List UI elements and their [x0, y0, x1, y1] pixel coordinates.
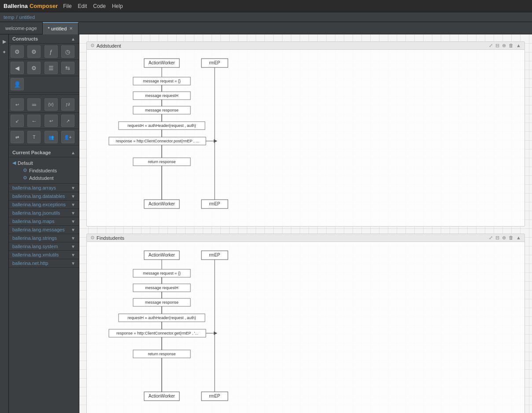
- brand-ballerina: Ballerina: [4, 3, 28, 9]
- lib-datatables-chevron: ▼: [71, 194, 75, 199]
- lib-messages-label: ballerina.lang.messages: [12, 227, 65, 232]
- addstudent-zoom-btn[interactable]: ⊕: [502, 43, 506, 48]
- construct-stmt-text-btn[interactable]: T: [27, 131, 41, 143]
- construct-stmt-var-btn[interactable]: {V}: [45, 98, 58, 111]
- tab-close-icon[interactable]: ✕: [69, 26, 73, 31]
- lib-messages[interactable]: ballerina.lang.messages ▼: [9, 226, 79, 234]
- lib-exceptions-label: ballerina.lang.exceptions: [12, 202, 66, 207]
- brand: Ballerina Composer: [4, 3, 58, 9]
- svg-text:message request = {}: message request = {}: [143, 79, 180, 83]
- toolbar-select-btn[interactable]: ✦: [1, 48, 8, 56]
- package-addstudent-icon: ⚙: [23, 175, 27, 181]
- lib-exceptions[interactable]: ballerina.lang.exceptions ▼: [9, 201, 79, 209]
- lib-system-label: ballerina.lang.system: [12, 244, 58, 249]
- lib-jsonutils-label: ballerina.lang.jsonutils: [12, 210, 60, 216]
- construct-grid-row3: 👤: [9, 76, 79, 93]
- lib-exceptions-chevron: ▼: [71, 202, 75, 207]
- construct-empty2: [27, 78, 41, 90]
- constructs-header[interactable]: Constructs ▲: [9, 34, 79, 44]
- lib-strings-label: ballerina.lang.strings: [12, 235, 57, 241]
- svg-text:message request = {}: message request = {}: [143, 271, 180, 275]
- construct-connector-btn[interactable]: ◷: [61, 45, 74, 58]
- menu-code[interactable]: Code: [93, 3, 106, 9]
- lib-datatables-label: ballerina.lang.datatables: [12, 193, 65, 199]
- breadcrumb-path[interactable]: temp: [4, 15, 14, 20]
- addstudent-func-icon: ⚙: [90, 43, 95, 48]
- construct-stmt-if-btn[interactable]: ↙: [11, 115, 24, 127]
- tab-welcome-page[interactable]: welcome-page: [0, 22, 43, 34]
- lib-system[interactable]: ballerina.lang.system ▼: [9, 242, 79, 251]
- tab-untitled[interactable]: * untitled ✕: [43, 22, 79, 34]
- constructs-label: Constructs: [12, 36, 38, 41]
- construct-stmt-back-btn[interactable]: ←: [27, 115, 41, 127]
- addstudent-diagram: ActionWorker ActionWorker rmEP rmEP: [87, 50, 525, 226]
- lib-jsonutils[interactable]: ballerina.lang.jsonutils ▼: [9, 209, 79, 217]
- package-default-label: Default: [18, 160, 33, 166]
- addstudent-close-btn[interactable]: ▲: [516, 43, 521, 48]
- construct-stmt-fork-btn[interactable]: 👥: [45, 131, 58, 143]
- construct-struct-btn[interactable]: ☰: [45, 62, 58, 74]
- construct-worker-btn[interactable]: 👤: [11, 78, 24, 90]
- construct-grid-stmts3: ⇄ T 👥 👤+: [9, 129, 79, 145]
- construct-empty4: [61, 78, 74, 90]
- breadcrumb-current: untitled: [19, 15, 35, 20]
- package-addstudent[interactable]: ⚙ Addstudent: [9, 174, 79, 182]
- menubar: Ballerina Composer File Edit Code Help: [0, 0, 532, 12]
- construct-stmt-eq-btn[interactable]: ═: [27, 98, 41, 111]
- lib-messages-chevron: ▼: [71, 227, 75, 232]
- addstudent-collapse-btn[interactable]: ⊟: [495, 43, 499, 48]
- svg-text:message requestH: message requestH: [145, 93, 179, 98]
- brand-composer: Composer: [30, 3, 58, 9]
- svg-marker-51: [214, 331, 217, 335]
- menu-edit[interactable]: Edit: [78, 3, 87, 9]
- construct-resource-btn[interactable]: ⚙: [27, 45, 41, 58]
- menu-help[interactable]: Help: [112, 3, 123, 9]
- construct-stmt-func-btn[interactable]: ƒ∂: [61, 98, 74, 111]
- lib-datatables[interactable]: ballerina.lang.datatables ▼: [9, 192, 79, 201]
- svg-text:return response: return response: [148, 352, 175, 356]
- construct-service-btn[interactable]: ⚙: [11, 45, 24, 58]
- construct-stmt-try-btn[interactable]: ⇄: [11, 131, 24, 143]
- addstudent-expand-btn[interactable]: ⤢: [489, 43, 493, 48]
- menu-file[interactable]: File: [63, 3, 71, 9]
- findstudents-zoom-btn[interactable]: ⊕: [502, 235, 506, 241]
- lib-arrays-chevron: ▼: [71, 186, 75, 190]
- toolbar-arrow-btn[interactable]: ▶: [1, 38, 8, 45]
- package-findstudents[interactable]: ⚙ Findstudents: [9, 167, 79, 174]
- package-default[interactable]: ◀ Default: [9, 159, 79, 167]
- construct-typeconv-btn[interactable]: ⇆: [61, 62, 74, 74]
- findstudents-delete-btn[interactable]: 🗑: [509, 235, 513, 241]
- current-package-header[interactable]: Current Package ▲: [9, 148, 79, 157]
- construct-stmt-break-btn[interactable]: ↗: [61, 115, 74, 127]
- current-package-label: Current Package: [12, 150, 51, 155]
- tabs: welcome-page * untitled ✕: [0, 22, 532, 34]
- lib-http[interactable]: ballerina.net.http ▼: [9, 259, 79, 268]
- lib-arrays[interactable]: ballerina.lang.arrays ▼: [9, 184, 79, 192]
- construct-stmt-trans-btn[interactable]: 👤+: [61, 131, 74, 143]
- addstudent-delete-btn[interactable]: 🗑: [509, 43, 513, 48]
- lib-strings[interactable]: ballerina.lang.strings ▼: [9, 234, 79, 242]
- lib-maps[interactable]: ballerina.lang.maps ▼: [9, 217, 79, 226]
- addstudent-svg: ActionWorker ActionWorker rmEP rmEP: [87, 50, 525, 226]
- construct-reply-btn[interactable]: ◀: [11, 62, 24, 74]
- main-layout: ▶ ✦ Constructs ▲ ⚙ ⚙ ƒ ◷ ◀ ⚙ ☰ ⇆ 👤: [0, 34, 532, 413]
- findstudents-diagram: ActionWorker ActionWorker rmEP rmEP mess…: [87, 242, 525, 413]
- construct-stmt-assign-btn[interactable]: ↩: [11, 98, 24, 111]
- lib-strings-chevron: ▼: [71, 236, 75, 241]
- lib-arrays-label: ballerina.lang.arrays: [12, 185, 56, 190]
- construct-function-btn[interactable]: ƒ: [45, 45, 58, 58]
- lib-maps-chevron: ▼: [71, 219, 75, 224]
- breadcrumb-separator: /: [16, 15, 17, 20]
- findstudents-expand-btn[interactable]: ⤢: [489, 235, 493, 241]
- tab-welcome-label: welcome-page: [5, 26, 37, 31]
- findstudents-collapse-btn[interactable]: ⊟: [495, 235, 499, 241]
- lib-xmlutils-label: ballerina.lang.xmlutils: [12, 252, 59, 257]
- construct-grid-row1: ⚙ ⚙ ƒ ◷: [9, 44, 79, 60]
- constructs-chevron: ▲: [71, 37, 75, 41]
- construct-stmt-while-btn[interactable]: ↩: [45, 115, 58, 127]
- lib-xmlutils[interactable]: ballerina.lang.xmlutils ▼: [9, 251, 79, 259]
- svg-text:return response: return response: [148, 160, 175, 164]
- findstudents-header-right: ⤢ ⊟ ⊕ 🗑 ▲: [489, 235, 521, 241]
- findstudents-close-btn[interactable]: ▲: [516, 235, 521, 241]
- construct-config-btn[interactable]: ⚙: [27, 62, 41, 74]
